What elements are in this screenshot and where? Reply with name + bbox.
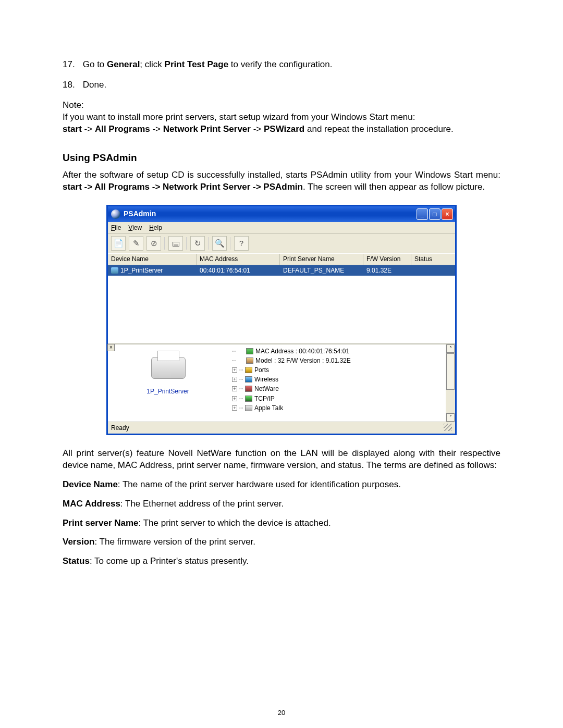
col-status[interactable]: Status (411, 254, 452, 264)
detail-device-label: 1P_PrintServer (146, 387, 189, 396)
expand-icon[interactable]: + (232, 386, 237, 391)
tree-ports[interactable]: +┄Ports (232, 365, 444, 375)
close-button[interactable]: × (442, 208, 453, 220)
cell-psn: DEFAULT_PS_NAME (280, 265, 363, 276)
appletalk-icon (245, 405, 252, 411)
section-heading: Using PSAdmin (63, 151, 500, 165)
window-title: PSAdmin (124, 209, 417, 219)
toolbar-wizard-icon[interactable]: ✎ (129, 236, 143, 251)
detail-tree: ┄MAC Address : 00:40:01:76:54:01 ┄Model … (228, 344, 446, 422)
status-text: Ready (111, 424, 129, 432)
cell-status (411, 265, 452, 276)
detail-pane: × 1P_PrintServer ┄MAC Address : 00:40:01… (108, 343, 455, 422)
tree-mac: ┄MAC Address : 00:40:01:76:54:01 (232, 347, 444, 356)
tree-netware[interactable]: +┄NetWare (232, 384, 444, 393)
toolbar-separator (186, 237, 187, 250)
page-number: 20 (0, 708, 563, 718)
step-18: 18. Done. (63, 79, 500, 91)
col-device-name[interactable]: Device Name (108, 254, 197, 264)
note-label: Note: (63, 100, 500, 112)
def-mac: MAC Address: The Ethernet address of the… (63, 498, 500, 510)
toolbar-separator (164, 237, 165, 250)
tcpip-icon (245, 396, 252, 402)
device-row[interactable]: 1P_PrintServer 00:40:01:76:54:01 DEFAULT… (108, 265, 455, 276)
psadmin-window: PSAdmin _ □ × File View Help 📄 ✎ ⊘ 🖴 ↻ 🔍… (106, 205, 457, 435)
col-print-server-name[interactable]: Print Server Name (280, 254, 363, 264)
device-list: 1P_PrintServer 00:40:01:76:54:01 DEFAULT… (108, 265, 455, 343)
card-icon (246, 348, 253, 354)
menu-file[interactable]: File (111, 224, 121, 232)
note-block: Note: If you want to install more print … (63, 100, 500, 135)
step-17: 17. Go to General; click Print Test Page… (63, 59, 500, 71)
chip-icon (246, 357, 253, 364)
toolbar-search-icon[interactable]: 🔍 (212, 236, 227, 251)
step-17-text: Go to General; click Print Test Page to … (83, 59, 333, 69)
toolbar-separator (208, 237, 209, 250)
toolbar-help-icon[interactable]: ? (234, 236, 249, 251)
statusbar: Ready (108, 422, 455, 434)
menu-help[interactable]: Help (149, 224, 162, 232)
expand-icon[interactable]: + (232, 396, 237, 401)
toolbar-refresh-icon[interactable]: ↻ (190, 236, 205, 251)
expand-icon[interactable]: + (232, 377, 237, 382)
def-psn: Print server Name: The print server to w… (63, 517, 500, 529)
tree-wireless[interactable]: +┄Wireless (232, 375, 444, 384)
step-17-number: 17. (63, 59, 80, 71)
def-status: Status: To come up a Printer's status pr… (63, 556, 500, 567)
col-mac-address[interactable]: MAC Address (197, 254, 280, 264)
def-version: Version: The firmware version of the pri… (63, 536, 500, 548)
tree-appletalk[interactable]: +┄Apple Talk (232, 403, 444, 413)
expand-icon[interactable]: + (232, 405, 237, 411)
tree-tcpip[interactable]: +┄TCP/IP (232, 394, 444, 403)
cell-device-name: 1P_PrintServer (120, 266, 163, 275)
after-paragraph: All print server(s) feature Novell NetWa… (63, 448, 500, 472)
device-row-icon (111, 267, 118, 274)
toolbar-upgrade-icon[interactable]: 🖴 (168, 236, 183, 251)
detail-close-button[interactable]: × (107, 344, 115, 351)
resize-grip-icon[interactable] (444, 424, 452, 431)
def-device-name: Device Name: The name of the print serve… (63, 479, 500, 491)
toolbar-properties-icon[interactable]: 📄 (111, 236, 126, 251)
wireless-icon (245, 376, 252, 382)
scroll-thumb[interactable] (446, 353, 455, 390)
step-18-number: 18. (63, 79, 80, 91)
toolbar-separator (230, 237, 231, 250)
toolbar-delete-icon[interactable]: ⊘ (146, 236, 161, 251)
menubar: File View Help (108, 222, 455, 234)
intro-paragraph: After the software of setup CD is succes… (63, 169, 500, 193)
netware-icon (245, 386, 252, 392)
maximize-button[interactable]: □ (429, 208, 440, 220)
note-line1: If you want to install more print server… (63, 112, 500, 124)
printer-icon (147, 351, 189, 382)
column-header-row: Device Name MAC Address Print Server Nam… (108, 253, 455, 265)
col-fw-version[interactable]: F/W Version (363, 254, 411, 264)
cell-ver: 9.01.32E (363, 265, 411, 276)
tree-model: ┄Model : 32 F/W Version : 9.01.32E (232, 356, 444, 365)
scroll-down-icon[interactable]: ˅ (446, 413, 455, 422)
scroll-up-icon[interactable]: ˄ (446, 344, 455, 353)
titlebar[interactable]: PSAdmin _ □ × (108, 206, 455, 222)
expand-icon[interactable]: + (232, 367, 237, 373)
toolbar: 📄 ✎ ⊘ 🖴 ↻ 🔍 ? (108, 234, 455, 253)
app-icon (111, 209, 120, 219)
step-18-text: Done. (83, 80, 106, 90)
ports-icon (245, 367, 252, 373)
note-line2: start -> All Programs -> Network Print S… (63, 124, 500, 135)
cell-mac: 00:40:01:76:54:01 (197, 265, 280, 276)
minimize-button[interactable]: _ (417, 208, 428, 220)
detail-scrollbar[interactable]: ˄ ˅ (446, 344, 455, 422)
menu-view[interactable]: View (128, 224, 142, 232)
